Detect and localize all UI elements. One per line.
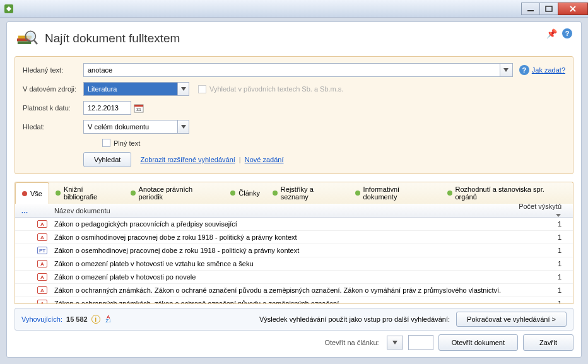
row-badge-cell: A [34, 260, 50, 267]
doc-type-badge: A [37, 286, 47, 294]
svg-rect-2 [546, 6, 552, 11]
row-badge-cell: A [34, 233, 50, 241]
doc-type-badge: A [37, 273, 47, 281]
matching-value: 15 582 [66, 315, 88, 323]
tab-label: Anotace právních periodik [139, 185, 218, 201]
row-badge-cell: PT [34, 247, 50, 254]
table-row[interactable]: AZákon o pedagogických pracovnících a př… [15, 218, 573, 231]
new-search-link[interactable]: Nové zadání [245, 156, 284, 163]
minimize-button[interactable] [521, 3, 540, 15]
original-texts-checkbox [198, 85, 206, 93]
info-icon[interactable]: i [91, 315, 100, 324]
doc-type-badge: PT [37, 247, 47, 254]
dialog-title: Najít dokument fulltextem [45, 32, 180, 45]
separator: | [239, 156, 241, 163]
grid-name-header[interactable]: Název dokumentu [50, 207, 510, 214]
open-on-article-label: Otevřít na článku: [324, 339, 379, 346]
tab-label: Rejstříky a seznamy [281, 185, 343, 201]
scope-combo[interactable]: V celém dokumentu [83, 120, 189, 134]
date-label: Platnost k datu: [23, 104, 83, 112]
search-text-label: Hledaný text: [23, 66, 83, 74]
search-button[interactable]: Vyhledat [83, 152, 131, 167]
status-dot-icon [355, 191, 360, 196]
sort-az-icon[interactable]: AZ↓ [104, 315, 113, 324]
grid-menu-header[interactable]: … [15, 207, 34, 214]
search-text-dropdown[interactable] [500, 64, 512, 76]
status-bar: Vyhovujících: 15 582 i AZ↓ Výsledek vyhl… [15, 308, 573, 331]
chevron-down-icon [177, 120, 189, 133]
table-row[interactable]: AZákon o ochranných známkách. Zákon o oc… [15, 284, 573, 297]
row-count: 1 [510, 247, 573, 254]
source-combo[interactable]: Literatura [83, 82, 189, 96]
fulltext-checkbox[interactable] [102, 139, 110, 147]
search-text-input[interactable] [83, 63, 500, 77]
row-badge-cell: A [34, 220, 50, 228]
tab-rozhodnutí-a-stanoviska-spr.-orgánů[interactable]: Rozhodnutí a stanoviska spr. orgánů [441, 182, 573, 204]
grid-header: … Název dokumentu Počet výskytů [15, 204, 573, 218]
calendar-icon[interactable]: 31 [134, 103, 144, 113]
row-name: Zákon o omezení plateb v hotovosti ve vz… [50, 260, 510, 267]
svg-point-7 [26, 32, 34, 40]
chevron-down-icon [177, 83, 189, 95]
maximize-button[interactable] [539, 3, 558, 15]
grid-count-header[interactable]: Počet výskytů [510, 204, 573, 218]
svg-rect-5 [18, 41, 31, 44]
help-icon[interactable]: ? [562, 28, 572, 38]
row-count: 1 [510, 233, 573, 241]
original-texts-label: Vyhledat v původních textech Sb. a Sb.m.… [209, 85, 343, 93]
table-row[interactable]: AZákon o omezení plateb v hotovosti ve v… [15, 257, 573, 271]
row-name: Zákon o osemhodinovej pracovnej dobe z r… [50, 247, 510, 254]
tab-knižní-bibliografie[interactable]: Knižní bibliografie [49, 182, 124, 204]
result-tabs: VšeKnižní bibliografieAnotace právních p… [15, 182, 573, 204]
row-badge-cell: A [34, 300, 50, 304]
table-row[interactable]: PTZákon o osemhodinovej pracovnej dobe z… [15, 244, 573, 257]
help-icon-small: ? [519, 65, 529, 75]
svg-rect-10 [134, 105, 143, 107]
advanced-search-link[interactable]: Zobrazit rozšířené vyhledávání [140, 156, 235, 163]
row-count: 1 [510, 286, 573, 294]
scope-label: Hledat: [23, 123, 83, 131]
status-dot-icon [131, 191, 136, 196]
status-dot-icon [273, 191, 278, 196]
close-window-button[interactable] [558, 3, 588, 15]
titlebar [0, 0, 588, 18]
tab-anotace-právních-periodik[interactable]: Anotace právních periodik [124, 182, 225, 204]
tab-label: Vše [30, 190, 42, 197]
window-controls [522, 3, 588, 15]
tab-informativní-dokumenty[interactable]: Informativní dokumenty [349, 182, 441, 204]
continue-search-button[interactable]: Pokračovat ve vyhledávání > [456, 312, 567, 327]
how-to-link[interactable]: Jak zadat? [532, 66, 565, 74]
tab-label: Články [238, 189, 260, 197]
doc-type-badge: A [37, 260, 47, 267]
row-count: 1 [510, 260, 573, 267]
grid-body[interactable]: AZákon o pedagogických pracovnících a př… [15, 218, 573, 304]
table-row[interactable]: AZákon o omezení plateb v hotovosti po n… [15, 271, 573, 284]
tab-články[interactable]: Články [224, 182, 266, 204]
matching-label: Vyhovujících: [21, 315, 62, 323]
pin-icon[interactable]: 📌 [546, 28, 557, 38]
table-row[interactable]: AZákon o ochranných známkách, zákon o oc… [15, 297, 573, 304]
doc-type-badge: A [37, 220, 47, 228]
row-name: Zákon o ochranných známkách. Zákon o och… [50, 286, 510, 294]
dialog-footer: Otevřít na článku: Otevřít dokument Zavř… [15, 334, 573, 351]
status-dot-icon [230, 191, 235, 196]
tab-rejstříky-a-seznamy[interactable]: Rejstříky a seznamy [266, 182, 349, 204]
row-badge-cell: A [34, 273, 50, 281]
sort-desc-icon [555, 212, 562, 218]
results-grid: … Název dokumentu Počet výskytů AZákon o… [15, 204, 573, 304]
open-document-button[interactable]: Otevřít dokument [438, 334, 518, 351]
search-books-icon [16, 28, 38, 49]
row-name: Zákon o omezení plateb v hotovosti po no… [50, 273, 510, 281]
date-input[interactable] [83, 101, 131, 115]
status-dot-icon [447, 191, 452, 196]
tab-vše[interactable]: Vše [15, 182, 49, 204]
close-button[interactable]: Zavřít [523, 334, 573, 351]
svg-text:31: 31 [136, 107, 141, 112]
row-name: Zákon o pedagogických pracovnících a pře… [50, 220, 510, 228]
row-count: 1 [510, 220, 573, 228]
article-input[interactable] [408, 335, 433, 350]
table-row[interactable]: AZákon o osmihodinovej pracovnej dobe z … [15, 231, 573, 244]
row-badge-cell: A [34, 286, 50, 294]
status-dot-icon [56, 191, 61, 196]
article-combo[interactable] [387, 336, 403, 349]
